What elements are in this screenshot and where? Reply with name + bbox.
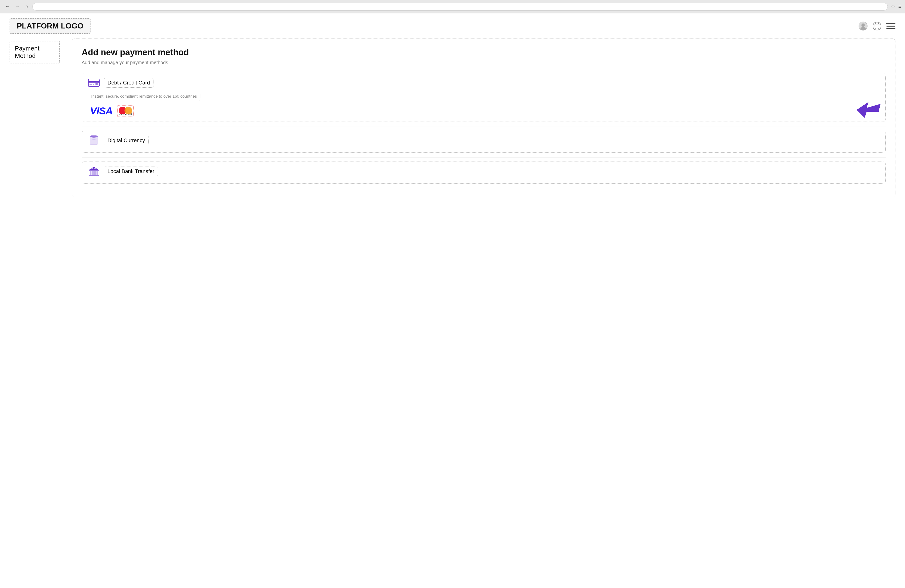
- user-icon: [859, 22, 868, 31]
- platform-logo: PLATFORM LOGO: [10, 18, 90, 34]
- digital-option-header: $ Digital Currency: [87, 136, 880, 145]
- card-option-label: Debt / Credit Card: [104, 78, 154, 87]
- svg-rect-31: [89, 170, 98, 171]
- globe-icon: [872, 22, 881, 31]
- payment-option-card[interactable]: Debt / Credit Card Instant, secure, comp…: [82, 73, 886, 122]
- language-button[interactable]: [872, 22, 881, 31]
- bank-option-header: Local Bank Transfer: [87, 166, 880, 176]
- svg-point-1: [861, 24, 865, 27]
- hamburger-icon: [886, 22, 895, 30]
- sidebar-item-payment-method[interactable]: Payment Method: [10, 41, 60, 63]
- bank-option-label: Local Bank Transfer: [104, 166, 158, 176]
- mc-circles: mastercard: [119, 107, 132, 115]
- svg-marker-32: [89, 167, 99, 170]
- svg-marker-17: [857, 102, 881, 118]
- bank-icon: [88, 166, 100, 176]
- svg-rect-34: [94, 168, 96, 169]
- forward-button[interactable]: →: [14, 3, 21, 10]
- bookmark-button[interactable]: ☆: [891, 3, 895, 10]
- svg-rect-28: [92, 171, 94, 175]
- coins-icon-wrapper: $: [87, 136, 100, 145]
- svg-point-16: [95, 83, 97, 85]
- svg-rect-13: [89, 84, 92, 85]
- svg-rect-33: [92, 168, 94, 169]
- svg-rect-26: [89, 175, 98, 176]
- svg-text:$: $: [92, 135, 93, 138]
- card-option-desc: Instant, secure, compliant remittance to…: [87, 92, 200, 101]
- payment-option-bank[interactable]: Local Bank Transfer: [82, 162, 886, 184]
- svg-rect-8: [886, 23, 895, 24]
- card-icon-wrapper: [87, 78, 100, 87]
- mastercard-text: mastercard: [119, 113, 132, 116]
- content-area: Add new payment method Add and manage yo…: [67, 34, 905, 202]
- visa-logo: VISA: [90, 105, 113, 117]
- hamburger-menu-button[interactable]: [886, 22, 895, 30]
- svg-rect-11: [88, 79, 99, 87]
- card-logos: VISA mastercard: [87, 105, 880, 117]
- user-profile-button[interactable]: [859, 22, 868, 31]
- svg-rect-30: [97, 171, 98, 175]
- header-icons: [859, 22, 895, 31]
- mastercard-logo: mastercard: [117, 105, 133, 117]
- main-layout: Payment Method Add new payment method Ad…: [0, 34, 905, 212]
- arrow-annotation: [857, 101, 881, 119]
- browser-menu-button[interactable]: ≡: [898, 4, 901, 9]
- divider-1: [82, 127, 886, 127]
- panel-subtitle: Add and manage your payment methods: [82, 60, 886, 65]
- page-wrapper: PLATFORM LOGO: [0, 13, 905, 588]
- address-bar[interactable]: [32, 3, 888, 11]
- svg-rect-14: [93, 84, 94, 85]
- svg-rect-12: [88, 81, 99, 82]
- payment-panel: Add new payment method Add and manage yo…: [72, 38, 895, 197]
- divider-2: [82, 157, 886, 158]
- svg-rect-9: [886, 25, 895, 27]
- svg-rect-27: [90, 171, 92, 175]
- digital-option-label: Digital Currency: [104, 136, 149, 145]
- svg-rect-10: [886, 28, 895, 29]
- sidebar: Payment Method: [0, 34, 67, 202]
- back-button[interactable]: ←: [4, 3, 11, 10]
- purple-arrow-icon: [857, 101, 881, 118]
- panel-title: Add new payment method: [82, 48, 886, 57]
- browser-chrome: ← → ⌂ ☆ ≡: [0, 0, 905, 13]
- top-header: PLATFORM LOGO: [0, 13, 905, 34]
- coins-icon: $: [88, 135, 100, 146]
- svg-point-2: [861, 27, 866, 30]
- card-option-header: Debt / Credit Card: [87, 78, 880, 87]
- bank-icon-wrapper: [87, 167, 100, 176]
- payment-option-digital[interactable]: $ Digital Currency: [82, 131, 886, 153]
- credit-card-icon: [88, 79, 100, 87]
- svg-rect-29: [94, 171, 96, 175]
- home-button[interactable]: ⌂: [24, 3, 29, 10]
